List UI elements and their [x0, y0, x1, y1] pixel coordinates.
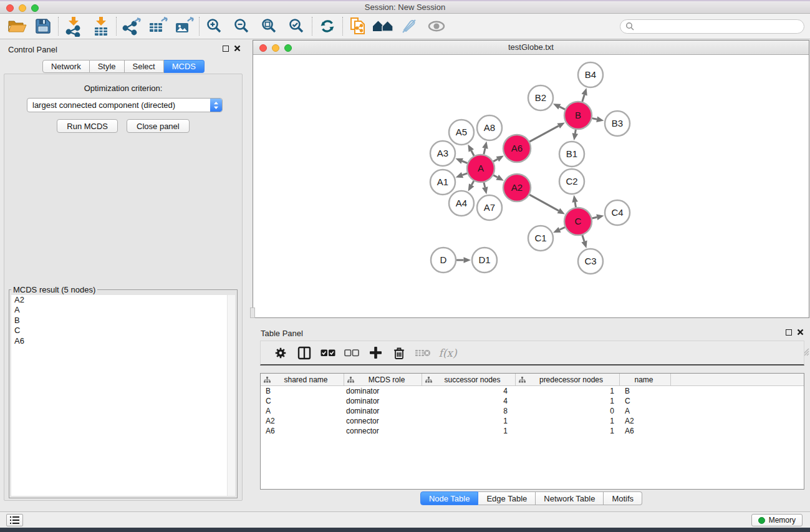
table-cell[interactable]: B [620, 387, 671, 395]
table-cell[interactable]: 1 [422, 417, 516, 425]
table-cell[interactable]: 1 [516, 387, 620, 395]
tab-network[interactable]: Network [42, 60, 90, 73]
result-item[interactable]: A6 [11, 336, 235, 346]
select-all-columns-button[interactable] [317, 343, 339, 363]
column-header-mcds-role[interactable]: MCDS role [344, 374, 422, 385]
table-cell[interactable]: A [620, 407, 671, 415]
float-panel-icon[interactable] [223, 46, 229, 52]
network-window-titlebar[interactable]: testGlobe.txt [253, 41, 809, 55]
graph-edge[interactable] [471, 181, 474, 185]
memory-button[interactable]: Memory [751, 514, 803, 526]
tab-network-table[interactable]: Network Table [536, 491, 604, 505]
minimize-network-button[interactable] [272, 44, 279, 52]
import-network-button[interactable] [63, 16, 84, 37]
table-cell[interactable]: C [261, 397, 344, 405]
table-cell[interactable]: B [261, 387, 344, 395]
table-cell[interactable]: connector [344, 417, 422, 425]
graph-edge[interactable] [463, 173, 468, 175]
delete-table-button[interactable] [412, 343, 434, 363]
zoom-in-button[interactable] [204, 16, 225, 37]
table-cell[interactable]: dominator [344, 387, 422, 395]
table-cell[interactable]: 1 [516, 397, 620, 405]
zoom-selected-button[interactable] [286, 16, 307, 37]
minimize-window-button[interactable] [19, 4, 26, 12]
tab-mcds[interactable]: MCDS [164, 60, 205, 73]
column-header-shared-name[interactable]: shared name [261, 374, 344, 385]
export-network-button[interactable] [121, 16, 142, 37]
table-cell[interactable]: connector [344, 427, 422, 435]
graph-edge[interactable] [575, 202, 576, 207]
save-session-button[interactable] [32, 16, 54, 37]
function-builder-button[interactable]: f(x) [436, 343, 459, 363]
graph-edge[interactable] [559, 107, 565, 109]
zoom-window-button[interactable] [31, 4, 39, 12]
graph-edge[interactable] [493, 175, 497, 177]
graph-edge[interactable] [592, 217, 597, 218]
close-panel-icon[interactable] [234, 45, 241, 52]
close-window-button[interactable] [6, 4, 14, 12]
result-item[interactable]: A2 [11, 295, 235, 305]
table-cell[interactable]: dominator [344, 397, 422, 405]
graph-edge[interactable] [575, 130, 576, 133]
graph-edge[interactable] [582, 95, 584, 102]
show-graphics-details-button[interactable] [426, 16, 447, 37]
tab-motifs[interactable]: Motifs [604, 491, 642, 505]
zoom-network-button[interactable] [284, 44, 292, 52]
split-columns-button[interactable] [293, 343, 316, 363]
close-table-panel-icon[interactable] [797, 329, 804, 336]
tab-edge-table[interactable]: Edge Table [478, 491, 536, 505]
table-cell[interactable]: 0 [516, 407, 620, 415]
table-cell[interactable]: A [261, 407, 344, 415]
graph-edge[interactable] [582, 235, 584, 241]
result-scrollbar[interactable] [227, 295, 235, 496]
graph-edge[interactable] [529, 195, 559, 211]
table-row[interactable]: A2connector11A2 [261, 416, 804, 426]
column-header-successor-nodes[interactable]: successor nodes [422, 374, 516, 385]
network-from-file-button[interactable] [347, 16, 369, 37]
graph-edge[interactable] [529, 126, 559, 142]
import-table-button[interactable] [90, 16, 112, 37]
tab-node-table[interactable]: Node Table [420, 491, 479, 505]
add-column-button[interactable] [364, 343, 387, 363]
search-input[interactable] [637, 22, 799, 31]
table-cell[interactable]: 1 [516, 417, 620, 425]
result-item[interactable]: A [11, 305, 235, 315]
zoom-out-button[interactable] [231, 16, 253, 37]
graph-edge[interactable] [471, 151, 474, 156]
run-mcds-button[interactable]: Run MCDS [57, 119, 118, 133]
result-item[interactable]: B [11, 316, 235, 326]
graph-edge[interactable] [560, 227, 565, 230]
table-settings-button[interactable] [269, 343, 292, 363]
network-canvas[interactable]: B4B2BB3A8A5A6B1A3AC2A1A2A4A7C4CC1C3DD1 [253, 56, 809, 317]
table-cell[interactable]: A6 [261, 427, 344, 435]
graph-edge[interactable] [484, 148, 485, 155]
table-row[interactable]: Cdominator41C [261, 396, 804, 406]
open-session-button[interactable] [6, 16, 27, 37]
unselect-all-columns-button[interactable] [340, 343, 363, 363]
table-cell[interactable]: 8 [422, 407, 516, 415]
close-network-button[interactable] [259, 44, 267, 52]
table-row[interactable]: A6connector11A6 [261, 426, 804, 436]
table-cell[interactable]: 1 [422, 427, 516, 435]
optimization-criterion-select[interactable]: largest connected component (directed) [27, 98, 223, 112]
delete-columns-button[interactable] [388, 343, 410, 363]
table-cell[interactable]: A2 [620, 417, 671, 425]
graph-edge[interactable] [592, 118, 597, 120]
graph-edge[interactable] [493, 159, 498, 162]
result-item[interactable]: C [11, 326, 235, 336]
graph-edge[interactable] [462, 161, 467, 163]
zoom-fit-button[interactable] [259, 16, 280, 37]
table-cell[interactable]: dominator [344, 407, 422, 415]
mcds-result-list[interactable]: A2ABCA6 [11, 295, 235, 496]
table-cell[interactable]: 4 [422, 397, 516, 405]
tab-style[interactable]: Style [90, 60, 125, 73]
tab-select[interactable]: Select [125, 60, 164, 73]
export-image-button[interactable] [173, 16, 195, 37]
float-table-panel-icon[interactable] [786, 329, 792, 336]
table-cell[interactable]: C [620, 397, 671, 405]
export-table-button[interactable] [147, 16, 168, 37]
table-cell[interactable]: 4 [422, 387, 516, 395]
table-cell[interactable]: 1 [516, 427, 620, 435]
task-history-button[interactable] [6, 514, 23, 526]
refresh-view-button[interactable] [317, 16, 338, 37]
